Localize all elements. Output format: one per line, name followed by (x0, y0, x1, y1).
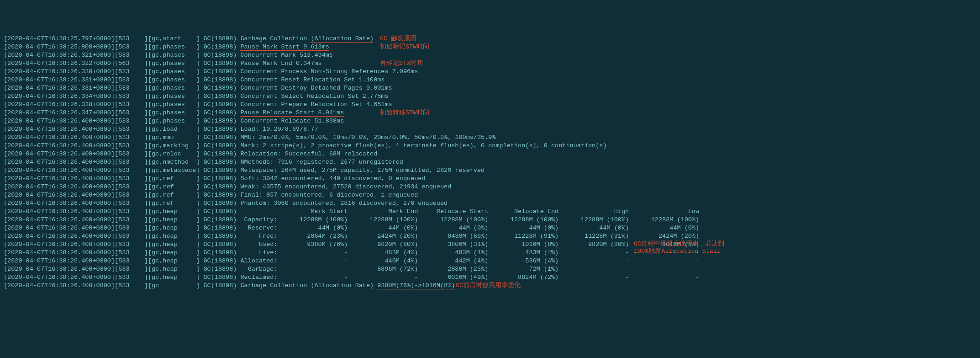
highlight-text: Pause Mark Start 9.613ms (240, 43, 329, 51)
log-line: [2020-04-07T16:38:26.400+0800][533 ][gc,… (4, 158, 976, 166)
gc-log-output: [2020-04-07T16:38:25.797+0800][533 ][gc,… (4, 35, 976, 290)
heap-data-row: [2020-04-07T16:38:26.400+0800][533 ][gc,… (4, 232, 976, 240)
heap-data-row: [2020-04-07T16:38:26.400+0800][533 ][gc,… (4, 273, 976, 282)
log-line: [2020-04-07T16:38:26.400+0800][533 ][gc,… (4, 117, 976, 125)
annotation-label: GC前后对使用用率变化 (456, 282, 521, 290)
log-line: [2020-04-07T16:38:26.334+0800][533 ][gc,… (4, 92, 976, 101)
heap-header-row: [2020-04-07T16:38:26.400+0800][533 ][gc,… (4, 208, 976, 216)
log-line: [2020-04-07T16:38:26.400+0800][533 ][gc,… (4, 125, 976, 134)
highlight-text: Pause Mark End 0.347ms (240, 60, 321, 67)
log-line: [2020-04-07T16:38:26.347+0800][563 ][gc,… (4, 109, 976, 117)
highlight-text: (80%) (611, 241, 629, 248)
log-line: [2020-04-07T16:38:26.400+0800][533 ][gc,… (4, 191, 976, 199)
highlight-text: 9380M(76%)->1016M(8%) (377, 282, 455, 289)
heap-data-row: [2020-04-07T16:38:26.400+0800][533 ][gc,… (4, 249, 976, 257)
log-line: [2020-04-07T16:38:25.797+0800][533 ][gc,… (4, 35, 976, 43)
annotation-label: 再标记STW时间 (380, 59, 423, 68)
log-line: [2020-04-07T16:38:26.330+0800][533 ][gc,… (4, 68, 976, 76)
annotation-label: 初始转移STW时间 (380, 109, 429, 117)
annotation-label: 初始标记STW时间 (380, 43, 429, 51)
highlight-text: Pause Relocate Start 8.041ms (240, 109, 344, 117)
log-line: [2020-04-07T16:38:26.400+0800][533 ][gc,… (4, 142, 976, 150)
log-line: [2020-04-07T16:38:26.321+0800][533 ][gc,… (4, 51, 976, 59)
highlight-text: (Allocation Rate) (311, 35, 374, 43)
heap-data-row: [2020-04-07T16:38:26.400+0800][533 ][gc,… (4, 240, 976, 249)
heap-data-row: [2020-04-07T16:38:26.400+0800][533 ][gc,… (4, 216, 976, 224)
gc-summary-line: [2020-04-07T16:38:26.400+0800][533 ][gc … (4, 282, 976, 290)
heap-data-row: [2020-04-07T16:38:26.400+0800][533 ][gc,… (4, 265, 976, 273)
log-line: [2020-04-07T16:38:26.400+0800][533 ][gc,… (4, 175, 976, 183)
heap-data-row: [2020-04-07T16:38:26.400+0800][533 ][gc,… (4, 224, 976, 232)
log-line: [2020-04-07T16:38:26.322+0800][563 ][gc,… (4, 59, 976, 68)
log-line: [2020-04-07T16:38:26.400+0800][533 ][gc,… (4, 183, 976, 191)
log-line: [2020-04-07T16:38:26.331+0800][533 ][gc,… (4, 76, 976, 84)
log-line: [2020-04-07T16:38:26.400+0800][533 ][gc,… (4, 166, 976, 175)
log-line: [2020-04-07T16:38:26.400+0800][533 ][gc,… (4, 150, 976, 158)
log-line: [2020-04-07T16:38:25.808+0800][563 ][gc,… (4, 43, 976, 51)
heap-data-row: [2020-04-07T16:38:26.400+0800][533 ][gc,… (4, 257, 976, 265)
log-line: [2020-04-07T16:38:26.338+0800][533 ][gc,… (4, 101, 976, 109)
log-line: [2020-04-07T16:38:26.400+0800][533 ][gc,… (4, 134, 976, 142)
log-line: [2020-04-07T16:38:26.400+0800][533 ][gc,… (4, 199, 976, 208)
log-line: [2020-04-07T16:38:26.331+0800][533 ][gc,… (4, 84, 976, 92)
annotation-label: GC 触发原因 (380, 35, 416, 43)
